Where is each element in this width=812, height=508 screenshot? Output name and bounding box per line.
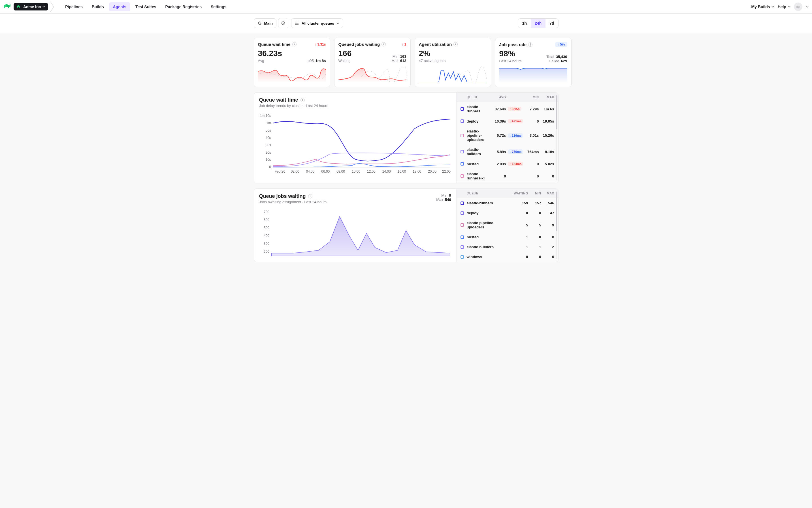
avg-value: 6.72s [491, 133, 506, 137]
tab-agents[interactable]: Agents [109, 2, 130, 11]
waiting-value: 1 [511, 245, 528, 249]
metric-value: 166 [339, 49, 352, 58]
timerange-7d[interactable]: 7d [545, 19, 558, 28]
max-value: 0 [543, 255, 554, 259]
info-icon[interactable]: i [454, 42, 458, 46]
waiting-value: 159 [511, 201, 528, 205]
delta-badge: ↑ 184ms [508, 162, 524, 166]
queue-name: elastic-builders [467, 245, 509, 249]
min-value: 157 [530, 201, 541, 205]
svg-point-7 [295, 23, 296, 24]
min-value: 0 [530, 235, 541, 239]
table-row[interactable]: elastic-builders 5.89s ↓ 750ms 764ms 8.1… [457, 144, 558, 159]
queue-name: deploy [467, 119, 489, 123]
chevron-down-icon [337, 22, 339, 25]
min-value: 5 [530, 223, 541, 227]
tab-pipelines[interactable]: Pipelines [61, 2, 86, 11]
max-value: 8.18s [541, 150, 554, 154]
timerange-24h[interactable]: 24h [531, 19, 545, 28]
queue-name: elastic-runners-xl [467, 172, 489, 180]
table-row[interactable]: hosted 1 0 8 [457, 232, 558, 242]
sparkline [499, 66, 567, 83]
table-row[interactable]: deploy 10.39s ↑ 421ms 0 19.05s [457, 116, 558, 126]
scrollbar-thumb[interactable] [556, 95, 557, 129]
queue-color-icon [461, 107, 464, 111]
queue-jobs-table: QUEUE WAITING MIN MAX elastic-runners 15… [456, 189, 558, 262]
svg-point-3 [260, 24, 261, 24]
svg-text:1m: 1m [266, 121, 271, 125]
avatar-icon [795, 4, 801, 10]
table-row[interactable]: elastic-builders 1 1 2 [457, 242, 558, 252]
cluster-settings-button[interactable] [278, 18, 288, 28]
max-value: 8 [543, 235, 554, 239]
help-link[interactable]: Help [778, 4, 790, 9]
queue-wait-table: QUEUE AVG MIN MAX elastic-runners 37.64s… [456, 92, 558, 183]
info-icon[interactable]: i [528, 42, 533, 47]
org-switcher[interactable]: Acme Inc [13, 3, 48, 10]
queue-name: elastic-runners [467, 201, 509, 205]
queue-name: deploy [467, 211, 509, 215]
max-value: 47 [543, 211, 554, 215]
org-name: Acme Inc [23, 4, 41, 9]
table-row[interactable]: deploy 0 0 47 [457, 208, 558, 218]
card-queued-jobs[interactable]: Queued jobs waitingi ↑ 1 166 Waiting Min… [334, 38, 411, 87]
chevron-down-icon [806, 5, 809, 8]
queues-select[interactable]: All cluster queues [291, 18, 343, 28]
timerange-1h[interactable]: 1h [518, 19, 531, 28]
min-value: 0 [526, 162, 539, 166]
queue-name: windows [467, 255, 509, 259]
svg-text:40s: 40s [265, 136, 271, 140]
card-title: Queue wait time [258, 42, 291, 47]
cluster-icon [258, 21, 262, 26]
card-pass-rate[interactable]: Job pass ratei ↑ 5% 98% Last 24 hours To… [495, 38, 572, 87]
tab-package-registries[interactable]: Package Registries [161, 2, 206, 11]
my-builds-link[interactable]: My Builds [751, 4, 774, 9]
table-row[interactable]: elastic-runners-xl 0 0 0 [457, 169, 558, 183]
table-row[interactable]: elastic-pipeline-uploaders 5 5 9 [457, 218, 558, 232]
min-value: 0 [526, 119, 539, 123]
delta-indicator: ↑ 3.31s [315, 42, 326, 46]
info-icon[interactable]: i [382, 42, 386, 46]
info-icon[interactable]: i [308, 194, 312, 198]
sparkline [419, 66, 487, 83]
tab-settings[interactable]: Settings [207, 2, 230, 11]
delta-badge: ↑ 3.95s [508, 107, 524, 111]
chevron-down-icon [772, 5, 774, 8]
card-queue-wait[interactable]: Queue wait timei ↑ 3.31s 36.23s Avg p951… [254, 38, 330, 87]
table-row[interactable]: windows 0 0 0 [457, 252, 558, 262]
info-icon[interactable]: i [301, 98, 305, 102]
max-value: 5.02s [541, 162, 554, 166]
max-value: 19.05s [541, 119, 554, 123]
table-row[interactable]: elastic-runners 37.64s ↑ 3.95s 7.29s 1m … [457, 102, 558, 116]
min-value: 764ms [526, 150, 539, 154]
min-value: 1 [530, 245, 541, 249]
queue-name: hosted [467, 162, 489, 166]
queue-wait-chart[interactable]: 1m 10s 1m 50s 40s 30s 20s 10s 0 [259, 112, 451, 177]
cluster-select[interactable]: Main [254, 18, 276, 28]
card-title: Agent utilization [419, 42, 452, 47]
max-value: 546 [543, 201, 554, 205]
min-value: 0 [530, 211, 541, 215]
svg-text:300: 300 [263, 242, 269, 246]
scrollbar-thumb[interactable] [556, 192, 557, 231]
table-row[interactable]: elastic-runners 159 157 546 [457, 198, 558, 208]
panel-queue-jobs: Queue jobs waitingi Jobs awaiting assign… [254, 188, 558, 262]
queue-name: elastic-builders [467, 147, 489, 156]
queue-color-icon [461, 150, 464, 154]
filter-toolbar: Main All cluster queues 1h 24h 7d [0, 13, 812, 33]
max-value: 2 [543, 245, 554, 249]
queue-jobs-chart[interactable]: 700 600 500 400 300 200 [259, 208, 451, 256]
metric-value: 2% [419, 49, 487, 58]
table-row[interactable]: hosted 2.03s ↑ 184ms 0 5.02s [457, 159, 558, 169]
tab-test-suites[interactable]: Test Suites [131, 2, 160, 11]
buildkite-logo-icon[interactable] [3, 3, 11, 11]
table-row[interactable]: elastic-pipeline-uploaders 6.72s ↓ 116ms… [457, 126, 558, 144]
svg-text:700: 700 [263, 210, 269, 214]
waiting-value: 5 [511, 223, 528, 227]
info-icon[interactable]: i [292, 42, 297, 46]
card-agent-utilization[interactable]: Agent utilizationi 2% 47 active agents [415, 38, 491, 87]
user-avatar[interactable] [794, 3, 802, 11]
svg-text:22:00: 22:00 [442, 170, 451, 173]
metric-value: 98% [499, 49, 522, 58]
tab-builds[interactable]: Builds [88, 2, 108, 11]
